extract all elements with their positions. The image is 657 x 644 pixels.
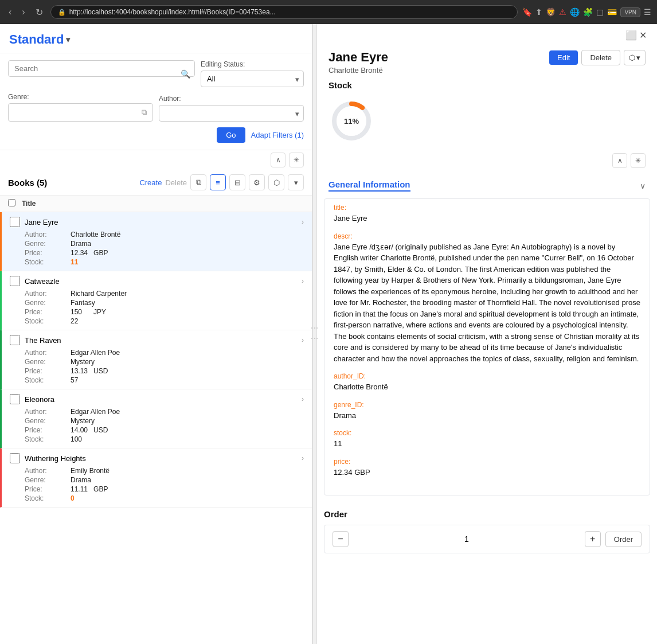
- detail-delete-button[interactable]: Delete: [581, 50, 620, 65]
- book-expand-icon[interactable]: ›: [302, 395, 304, 403]
- book-expand-icon[interactable]: ›: [302, 218, 304, 226]
- detail-collapse-row: ∧ ✳: [317, 153, 657, 173]
- book-row[interactable]: The Raven › Author: Edgar Allen Poe Genr…: [0, 330, 312, 389]
- author-wrapper: Author:: [159, 95, 304, 122]
- stock-value: 57: [71, 376, 304, 384]
- search-input[interactable]: [8, 60, 195, 77]
- detail-title-section: Jane Eyre Charlotte Brontë: [328, 50, 388, 75]
- menu-icon[interactable]: ☰: [644, 7, 651, 17]
- back-button[interactable]: ‹: [6, 6, 14, 18]
- filter-row-3: Go Adapt Filters (1): [8, 127, 304, 143]
- title-column-header: Title: [22, 200, 304, 208]
- expand-window-button[interactable]: ⬜: [624, 29, 638, 42]
- price-currency: USD: [93, 367, 108, 375]
- qty-input[interactable]: [353, 534, 580, 544]
- extensions-icon[interactable]: 🧩: [583, 7, 593, 17]
- settings-btn[interactable]: ⚙: [249, 174, 265, 190]
- editing-status-select[interactable]: All Draft Published Locked: [201, 71, 304, 87]
- editing-status-label: Editing Status:: [201, 60, 304, 68]
- share-icon[interactable]: ⬆: [535, 7, 542, 17]
- book-row[interactable]: Eleonora › Author: Edgar Allen Poe Genre…: [0, 389, 312, 448]
- general-info-wrapper: General Information ∨ title: Jane Eyre d…: [324, 173, 650, 502]
- qty-decrease-button[interactable]: −: [333, 531, 349, 547]
- book-checkbox[interactable]: [10, 394, 20, 404]
- close-window-button[interactable]: ✕: [638, 29, 648, 42]
- stock-label: Stock:: [25, 317, 71, 325]
- filter-row-1: 🔍 Editing Status: All Draft Published Lo…: [8, 60, 304, 87]
- url-text: http://localhost:4004/bookshopui/index.h…: [69, 8, 276, 16]
- qty-increase-button[interactable]: +: [585, 531, 601, 547]
- author-value: Edgar Allen Poe: [71, 349, 304, 357]
- filters-collapse-row: ∧ ✳: [0, 150, 312, 170]
- lock-icon: 🔒: [58, 9, 66, 16]
- app-title-chevron[interactable]: ▾: [66, 35, 70, 44]
- collapse-filters-button[interactable]: ∧: [271, 153, 286, 167]
- panel-divider[interactable]: ⋮⋮: [312, 24, 317, 644]
- author-select[interactable]: [159, 105, 304, 122]
- general-info-header[interactable]: General Information ∨: [324, 173, 650, 198]
- book-expand-icon[interactable]: ›: [302, 277, 304, 285]
- order-controls: − + Order: [324, 525, 650, 553]
- donut-container: 11%: [328, 98, 646, 144]
- pin-filters-button[interactable]: ✳: [289, 153, 304, 167]
- donut-chart: 11%: [328, 98, 374, 144]
- compact-view-btn[interactable]: ⊟: [229, 174, 245, 190]
- book-row[interactable]: Jane Eyre › Author: Charlotte Brontë Gen…: [0, 212, 312, 271]
- price-field-value: 12.34 GBP: [334, 467, 640, 478]
- copy-icon-btn[interactable]: ⧉: [190, 174, 206, 190]
- wallet-icon[interactable]: 💳: [607, 7, 617, 17]
- stock-label: Stock:: [25, 494, 71, 502]
- book-row[interactable]: Catweazle › Author: Richard Carpenter Ge…: [0, 271, 312, 330]
- book-expand-icon[interactable]: ›: [302, 454, 304, 462]
- window-controls: ⬜ ✕: [317, 24, 657, 42]
- create-button[interactable]: Create: [139, 178, 162, 187]
- donut-label: 11%: [344, 117, 359, 126]
- genre-label: Genre:: [25, 476, 71, 484]
- price-amount: 150: [71, 308, 82, 316]
- go-button[interactable]: Go: [217, 127, 245, 143]
- author-value: Charlotte Brontë: [71, 231, 304, 239]
- price-amount: 11.11: [71, 485, 88, 493]
- edit-button[interactable]: Edit: [549, 50, 578, 65]
- alert-icon: ⚠: [559, 7, 566, 17]
- book-details: Author: Charlotte Brontë Genre: Drama Pr…: [2, 229, 312, 271]
- profile-icon[interactable]: 🌐: [570, 7, 580, 17]
- left-panel: Standard ▾ 🔍 Editing Status: All Draft: [0, 24, 312, 644]
- book-checkbox[interactable]: [10, 276, 20, 286]
- price-value: 13.13 USD: [71, 367, 304, 375]
- select-all-check[interactable]: [8, 199, 15, 206]
- pin-detail-button[interactable]: ✳: [631, 153, 646, 168]
- book-checkbox[interactable]: [10, 335, 20, 345]
- price-label: Price:: [25, 485, 71, 493]
- list-view-btn[interactable]: ≡: [210, 174, 226, 190]
- bookmark-icon[interactable]: 🔖: [522, 7, 532, 17]
- genre-label: Genre:: [25, 299, 71, 307]
- adapt-filters-link[interactable]: Adapt Filters (1): [251, 131, 304, 139]
- more-btn[interactable]: ▾: [288, 174, 304, 190]
- order-button[interactable]: Order: [605, 532, 642, 547]
- export-share-button[interactable]: ⬡ ▾: [624, 50, 646, 65]
- genre-wrapper: Genre: ⧉: [8, 93, 153, 122]
- book-expand-icon[interactable]: ›: [302, 336, 304, 344]
- books-list-header: Books (5) Create Delete ⧉ ≡ ⊟ ⚙ ⬡ ▾: [0, 170, 312, 196]
- export-btn[interactable]: ⬡: [268, 174, 284, 190]
- reload-button[interactable]: ↻: [33, 6, 46, 19]
- book-checkbox[interactable]: [10, 453, 20, 463]
- forward-button[interactable]: ›: [19, 6, 28, 18]
- book-row[interactable]: Wuthering Heights › Author: Emily Brontë…: [0, 448, 312, 508]
- book-title: Catweazle: [25, 277, 297, 286]
- window-icon[interactable]: ▢: [596, 7, 604, 17]
- stock-value: 100: [71, 435, 304, 443]
- export-chevron: ▾: [636, 53, 640, 62]
- genre-id-field-key: genre_ID:: [334, 401, 640, 409]
- title-field-key: title:: [334, 204, 640, 212]
- select-all-checkbox[interactable]: [8, 199, 22, 208]
- address-bar[interactable]: 🔒 http://localhost:4004/bookshopui/index…: [50, 5, 518, 19]
- detail-title: Jane Eyre: [328, 50, 388, 65]
- collapse-detail-button[interactable]: ∧: [612, 153, 627, 168]
- book-checkbox[interactable]: [10, 217, 20, 227]
- price-currency: GBP: [93, 249, 108, 257]
- vpn-badge[interactable]: VPN: [620, 7, 640, 17]
- genre-input[interactable]: ⧉: [8, 103, 153, 122]
- detail-actions: Edit Delete ⬡ ▾: [549, 50, 646, 65]
